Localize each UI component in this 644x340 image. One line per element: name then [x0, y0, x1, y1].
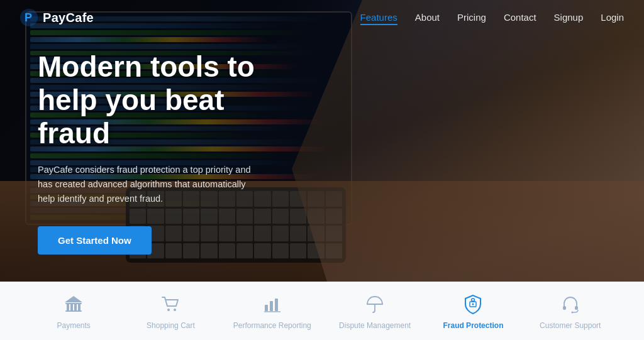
cart-icon: [158, 292, 182, 316]
shield-icon: [461, 292, 485, 316]
svg-rect-12: [270, 301, 273, 311]
headset-icon: [558, 292, 582, 316]
umbrella-icon: [363, 292, 387, 316]
brand-name: PayCafe: [43, 11, 94, 25]
nav-link-login[interactable]: Login: [601, 12, 624, 23]
nav-item-features[interactable]: Features: [360, 12, 397, 23]
feature-payments[interactable]: Payments: [39, 292, 108, 330]
feature-dispute-label: Dispute Management: [339, 321, 411, 330]
feature-support-label: Customer Support: [540, 321, 601, 330]
svg-point-19: [472, 304, 474, 305]
svg-text:P: P: [25, 11, 32, 24]
svg-point-18: [472, 299, 475, 302]
feature-cart-label: Shopping Cart: [147, 321, 195, 330]
nav-links: Features About Pricing Contact Signup Lo…: [360, 12, 624, 23]
feature-reporting-label: Performance Reporting: [233, 321, 311, 330]
svg-rect-20: [563, 306, 566, 310]
svg-point-22: [571, 312, 573, 314]
nav-item-contact[interactable]: Contact: [504, 12, 536, 23]
svg-marker-8: [65, 296, 82, 302]
person-silhouette: [292, 0, 644, 282]
svg-rect-2: [65, 303, 82, 304]
hero-content: Modern tools to help you beat fraud PayC…: [38, 50, 302, 255]
svg-rect-7: [65, 310, 82, 312]
svg-rect-5: [74, 304, 77, 310]
nav-item-pricing[interactable]: Pricing: [457, 12, 486, 23]
hero-subtitle: PayCafe considers fraud protection a top…: [38, 163, 264, 207]
feature-dispute-management[interactable]: Dispute Management: [339, 292, 411, 330]
hero-section: Modern tools to help you beat fraud PayC…: [0, 0, 644, 282]
nav-item-signup[interactable]: Signup: [554, 12, 584, 23]
nav-link-pricing[interactable]: Pricing: [457, 12, 486, 23]
svg-rect-6: [78, 304, 80, 310]
svg-rect-21: [575, 306, 578, 310]
feature-fraud-label: Fraud Protection: [443, 321, 503, 330]
feature-performance-reporting[interactable]: Performance Reporting: [233, 292, 311, 330]
nav-link-signup[interactable]: Signup: [554, 12, 584, 23]
feature-fraud-protection[interactable]: Fraud Protection: [438, 292, 508, 330]
feature-payments-label: Payments: [57, 321, 90, 330]
cta-button[interactable]: Get Started Now: [38, 226, 152, 255]
features-bar: Payments Shopping Cart Performance Repor…: [0, 282, 644, 340]
nav-link-about[interactable]: About: [415, 12, 440, 23]
nav-link-features[interactable]: Features: [360, 12, 397, 25]
logo[interactable]: P PayCafe: [20, 9, 94, 26]
svg-rect-4: [70, 304, 73, 310]
svg-point-10: [174, 309, 176, 311]
logo-icon: P: [20, 9, 38, 26]
svg-point-9: [167, 309, 170, 311]
svg-rect-11: [265, 305, 268, 311]
nav-link-contact[interactable]: Contact: [504, 12, 536, 23]
nav-item-login[interactable]: Login: [601, 12, 624, 23]
feature-customer-support[interactable]: Customer Support: [536, 292, 605, 330]
feature-shopping-cart[interactable]: Shopping Cart: [136, 292, 205, 330]
chart-icon: [260, 292, 284, 316]
nav-item-about[interactable]: About: [415, 12, 440, 23]
svg-rect-3: [67, 304, 69, 310]
svg-rect-13: [275, 299, 278, 311]
navbar: P PayCafe Features About Pricing Contact…: [0, 0, 644, 35]
bank-icon: [62, 292, 86, 316]
hero-title: Modern tools to help you beat fraud: [38, 50, 302, 150]
